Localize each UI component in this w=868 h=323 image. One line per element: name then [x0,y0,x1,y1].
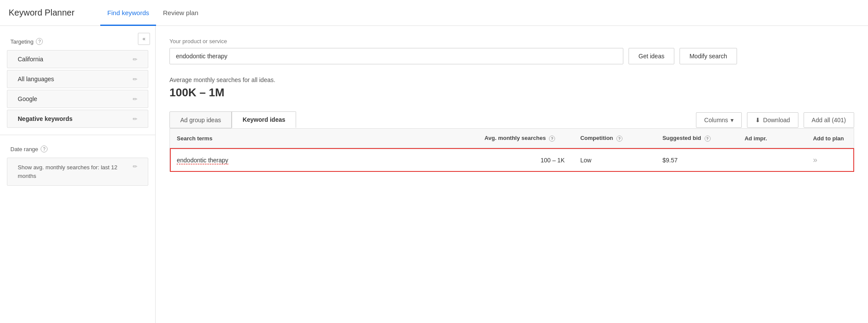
search-input[interactable] [169,48,623,64]
columns-chevron-icon: ▾ [731,117,734,124]
date-range-value: Show avg. monthly searches for: last 12 … [18,163,133,180]
suggested-bid-help-icon[interactable]: ? [705,136,711,142]
tabs-right: Columns ▾ ⬇ Download Add all (401) [696,112,854,128]
date-range-help-icon[interactable]: ? [41,146,48,152]
targeting-help-icon[interactable]: ? [36,38,43,45]
pencil-icon-location: ✏ [133,56,137,63]
sidebar-divider [0,135,155,135]
targeting-label: Targeting [10,38,33,45]
download-icon: ⬇ [755,117,760,124]
main-layout: « Targeting ? California ✏ All languages… [0,26,868,323]
add-to-plan-cell[interactable]: » [806,148,854,172]
col-header-ad-impr: Ad impr. [737,129,806,149]
targeting-section-title: Targeting ? [0,35,155,48]
sidebar-item-network-label: Google [18,95,37,102]
table-header-row: Search terms Avg. monthly searches ? Com… [170,129,854,149]
pencil-icon-language: ✏ [133,76,137,82]
results-table: Search terms Avg. monthly searches ? Com… [169,128,854,172]
top-nav: Keyword Planner Find keywords Review pla… [0,0,868,26]
table-row: endodontic therapy 100 – 1K Low $9.57 [170,148,854,172]
app-title: Keyword Planner [9,8,74,18]
tab-ad-group-ideas[interactable]: Ad group ideas [169,111,232,128]
col-header-search-terms: Search terms [170,129,478,149]
pencil-icon-date-range: ✏ [133,163,137,170]
competition-cell: Low [573,148,655,172]
avg-searches-value: 100K – 1M [169,86,854,99]
add-to-plan-chevron-icon[interactable]: » [813,155,817,164]
sidebar-item-language[interactable]: All languages ✏ [7,70,148,88]
modify-search-button[interactable]: Modify search [680,48,737,64]
sidebar-item-language-label: All languages [18,76,54,82]
columns-label: Columns [704,117,728,124]
add-all-button[interactable]: Add all (401) [804,112,854,128]
download-button[interactable]: ⬇ Download [747,112,798,128]
product-section-label: Your product or service [169,38,854,44]
ad-impr-cell [737,148,806,172]
search-term-value: endodontic therapy [177,157,228,165]
download-label: Download [763,117,790,124]
pencil-icon-negative-keywords: ✏ [133,116,137,122]
pencil-icon-network: ✏ [133,96,137,102]
sidebar-item-location-label: California [18,56,43,63]
date-range-section-title: Date range ? [0,142,155,156]
date-range-label: Date range [10,146,38,152]
get-ideas-button[interactable]: Get ideas [629,48,674,64]
sidebar-item-location[interactable]: California ✏ [7,50,148,68]
sidebar-item-negative-keywords[interactable]: Negative keywords ✏ [7,110,148,128]
col-header-avg-monthly: Avg. monthly searches ? [478,129,574,149]
app-container: Keyword Planner Find keywords Review pla… [0,0,868,323]
tabs-left: Ad group ideas Keyword ideas [169,111,296,128]
sidebar-item-network[interactable]: Google ✏ [7,90,148,108]
col-header-add-to-plan: Add to plan [806,129,854,149]
tab-keyword-ideas[interactable]: Keyword ideas [232,111,296,128]
sidebar-item-negative-keywords-label: Negative keywords [18,115,73,122]
date-range-item[interactable]: Show avg. monthly searches for: last 12 … [7,158,148,186]
avg-monthly-cell: 100 – 1K [478,148,574,172]
suggested-bid-cell: $9.57 [655,148,737,172]
tab-find-keywords[interactable]: Find keywords [100,0,156,26]
avg-searches-label: Average monthly searches for all ideas. [169,76,854,83]
competition-help-icon[interactable]: ? [616,136,622,142]
columns-button[interactable]: Columns ▾ [696,112,742,128]
sidebar-collapse-button[interactable]: « [138,33,150,45]
content-area: Your product or service Get ideas Modify… [156,26,868,323]
tabs-bar: Ad group ideas Keyword ideas Columns ▾ ⬇… [169,111,854,128]
search-row: Get ideas Modify search [169,48,854,64]
col-header-competition: Competition ? [573,129,655,149]
col-header-suggested-bid: Suggested bid ? [655,129,737,149]
avg-monthly-help-icon[interactable]: ? [549,136,555,142]
search-term-cell: endodontic therapy [170,148,478,172]
tab-review-plan[interactable]: Review plan [156,0,205,26]
nav-tabs: Find keywords Review plan [100,0,205,25]
sidebar: « Targeting ? California ✏ All languages… [0,26,156,323]
